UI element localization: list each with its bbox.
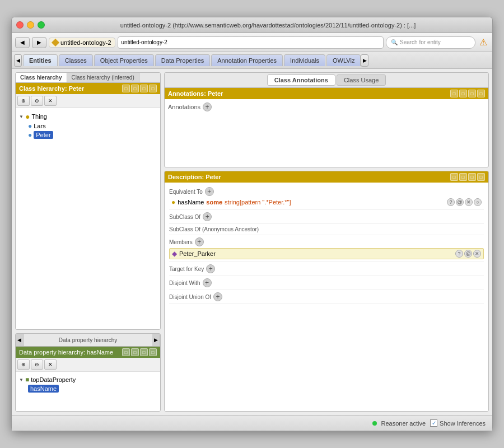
equiv-some: some (206, 199, 222, 206)
dc-icon-2[interactable]: □ (459, 173, 467, 181)
ch-icon-3[interactable]: □ (140, 85, 148, 92)
back-button[interactable]: ◀ (15, 37, 30, 48)
arrow-icon: ▼ (19, 377, 24, 382)
tab-object-properties[interactable]: Object Properties (94, 54, 154, 66)
dh-icon-4[interactable]: □ (149, 348, 157, 356)
disjoint-union-add[interactable]: + (213, 292, 222, 301)
tab-class-hierarchy[interactable]: Class hierarchy (16, 73, 67, 82)
class-hierarchy-header: Class hierarchy: Peter □ □ □ □ (16, 83, 160, 94)
an-icon-2[interactable]: □ (459, 90, 467, 97)
tab-class-annotations[interactable]: Class Annotations (267, 74, 335, 86)
dh-icon-1[interactable]: □ (122, 348, 130, 356)
tab-classes[interactable]: Classes (59, 54, 93, 66)
equiv-help-btn[interactable]: ? (447, 198, 455, 206)
tab-data-properties[interactable]: Data Properties (155, 54, 210, 66)
show-inferences-checkbox[interactable]: ✓ (430, 419, 437, 427)
pp-help-btn[interactable]: ? (455, 250, 463, 258)
equiv-string: string[pattern ".*Peter.*"] (225, 199, 291, 206)
equiv-more-btn[interactable]: ○ (474, 198, 482, 206)
member-peter-parker[interactable]: ◆ Peter_Parker ? @ ✕ (169, 248, 484, 259)
search-icon: 🔍 (391, 39, 398, 45)
equivalent-to-add[interactable]: + (205, 187, 214, 196)
peter-parker-name: Peter_Parker (179, 250, 216, 257)
an-icon-4[interactable]: □ (477, 90, 485, 97)
tab-individuals[interactable]: Individuals (284, 54, 325, 66)
equiv-del-btn[interactable]: ✕ (465, 198, 473, 206)
url-value: untitled-ontology-2 (122, 39, 167, 45)
peter-label: Peter (34, 131, 53, 139)
description-header: Description: Peter □ □ □ □ (165, 171, 488, 183)
dh-icon-2[interactable]: □ (131, 348, 139, 356)
annotations-box: Class Annotations Class Usage Annotation… (164, 72, 489, 167)
tab-class-hierarchy-inferred[interactable]: Class hierarchy (inferred) (67, 73, 139, 82)
dc-icon-4[interactable]: □ (477, 173, 485, 181)
ch-icon-1[interactable]: □ (122, 85, 130, 92)
dc-icon-1[interactable]: □ (450, 173, 458, 181)
maximize-button[interactable] (38, 21, 45, 29)
equiv-edit-btn[interactable]: @ (456, 198, 464, 206)
ch-icon-2[interactable]: □ (131, 85, 139, 92)
an-icon-3[interactable]: □ (468, 90, 476, 97)
ch-del-btn[interactable]: ✕ (44, 96, 57, 106)
toolbar: ◀ ▶ untitled-ontology-2 untitled-ontolog… (12, 33, 492, 52)
description-icons: □ □ □ □ (450, 173, 485, 181)
an-icon-1[interactable]: □ (450, 90, 458, 97)
ch-add-btn[interactable]: ⊕ (17, 96, 30, 106)
ch-icon-4[interactable]: □ (149, 85, 157, 92)
tab-class-usage[interactable]: Class Usage (337, 74, 386, 86)
disjoint-with-add[interactable]: + (203, 278, 212, 287)
tree-item-peter[interactable]: ● Peter (19, 130, 157, 139)
dh-del-btn[interactable]: ✕ (44, 360, 57, 370)
annotation-tabs: Class Annotations Class Usage (165, 73, 488, 88)
lars-dot: ● (28, 122, 32, 130)
target-key-label: Target for Key + (169, 264, 484, 273)
content-area: Class hierarchy Class hierarchy (inferre… (12, 69, 492, 415)
ch-sub-btn[interactable]: ⊖ (31, 96, 43, 106)
section-subclass-of: SubClass Of + (169, 210, 484, 224)
tab-entities[interactable]: Entities (23, 54, 58, 66)
members-add[interactable]: + (195, 237, 204, 246)
search-placeholder: Search for entity (400, 39, 441, 45)
dh-icon-3[interactable]: □ (140, 348, 148, 356)
dh-sub-btn[interactable]: ⊖ (31, 360, 43, 370)
tree-item-hasname[interactable]: hasName (19, 384, 157, 393)
description-title: Description: Peter (168, 174, 221, 180)
target-key-add[interactable]: + (206, 264, 215, 273)
url-text: untitled-ontology-2 (60, 39, 111, 46)
tab-right-arrow[interactable]: ▶ (361, 54, 368, 67)
pp-edit-btn[interactable]: @ (464, 250, 472, 258)
section-equivalent-to: Equivalent To + ● hasName some string[pa… (169, 185, 484, 210)
dc-icon-3[interactable]: □ (468, 173, 476, 181)
forward-button[interactable]: ▶ (32, 37, 46, 48)
subclass-of-add[interactable]: + (203, 212, 212, 221)
main-tab-row: ◀ Entities Classes Object Properties Dat… (12, 52, 492, 69)
search-bar[interactable]: 🔍 Search for entity (386, 36, 475, 49)
pp-del-btn[interactable]: ✕ (473, 250, 481, 258)
description-content: Equivalent To + ● hasName some string[pa… (165, 183, 488, 411)
minimize-button[interactable] (27, 21, 34, 29)
topdp-dot: ■ (25, 376, 29, 384)
owl-logo: untitled-ontology-2 (49, 38, 115, 48)
tab-left-arrow[interactable]: ◀ (14, 54, 22, 67)
disjoint-union-label: Disjoint Union Of + (169, 292, 484, 301)
tree-item-thing: ▼ ● Thing (19, 111, 157, 122)
dp-right-arrow[interactable]: ▶ (152, 334, 160, 346)
annotations-icons: □ □ □ □ (450, 90, 485, 97)
data-hierarchy-icons: □ □ □ □ (122, 348, 157, 356)
bottom-bar: Reasoner active ✓ Show Inferences (12, 415, 492, 431)
tab-owlviz[interactable]: OWLViz (326, 54, 361, 66)
main-window: untitled-ontology-2 (http://www.semantic… (11, 17, 493, 431)
class-hierarchy-tree: ▼ ● Thing ● Lars ● Peter (16, 108, 160, 329)
tree-item-topdataproperty: ▼ ■ topDataProperty (19, 375, 157, 384)
close-button[interactable] (16, 21, 24, 29)
tree-item-lars[interactable]: ● Lars (19, 122, 157, 130)
thing-dot: ● (25, 112, 30, 121)
dh-add-btn[interactable]: ⊕ (17, 360, 30, 370)
data-property-panel: ◀ Data property hierarchy ▶ Data propert… (15, 333, 161, 412)
annotations-label: Annotations (168, 104, 200, 110)
data-property-tree: ▼ ■ topDataProperty hasName (16, 372, 160, 412)
equivalent-to-value: ● hasName some string[pattern ".*Peter.*… (169, 197, 484, 207)
dp-left-arrow[interactable]: ◀ (16, 334, 24, 346)
tab-annotation-properties[interactable]: Annotation Properties (211, 54, 283, 66)
annotations-add-btn[interactable]: + (203, 102, 212, 111)
